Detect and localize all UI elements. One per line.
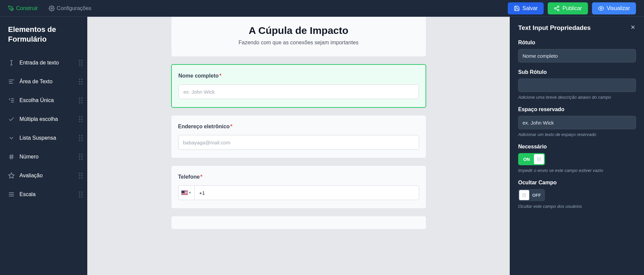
element-scale[interactable]: Escala xyxy=(8,185,87,204)
form-header-card[interactable]: A Cúpula de Impacto Fazendo com que as c… xyxy=(171,17,426,57)
gear-icon xyxy=(49,5,55,11)
field-label-name: Nome completo* xyxy=(179,73,419,79)
prop-label-placeholder: Espaço reservado xyxy=(518,106,636,112)
topbar-left: Construir Configurações xyxy=(8,5,91,11)
canvas: A Cúpula de Impacto Fazendo com que as c… xyxy=(87,17,510,275)
element-label: Múltipla escolha xyxy=(19,116,58,122)
svg-point-3 xyxy=(554,7,556,9)
drag-handle-icon[interactable] xyxy=(79,154,84,160)
svg-line-5 xyxy=(556,9,558,10)
field-label-text: Endereço eletrônico xyxy=(178,124,230,129)
publish-button-label: Publicar xyxy=(562,5,582,11)
drag-handle-icon[interactable] xyxy=(79,79,84,85)
prop-label-rotulo: Rótulo xyxy=(518,40,636,46)
required-hint: Impedir o envio se este campo estiver va… xyxy=(518,168,636,173)
placeholder-input[interactable] xyxy=(518,116,636,129)
phone-input[interactable] xyxy=(194,185,419,200)
properties-panel: Text Input Propriedades Rótulo Sub Rótul… xyxy=(510,17,644,275)
hide-hint: Ocultar este campo dos usuários xyxy=(518,204,636,209)
flag-us-icon xyxy=(181,190,188,195)
sub-rotulo-hint: Adicione uma breve descrição abaixo do c… xyxy=(518,95,636,100)
required-asterisk: * xyxy=(230,124,232,129)
toggle-off-label: OFF xyxy=(529,193,544,198)
hash-icon xyxy=(8,153,15,160)
element-label: Área de Texto xyxy=(19,79,52,85)
email-input[interactable] xyxy=(178,135,419,150)
element-multiple-choice[interactable]: Múltipla escolha xyxy=(8,110,87,129)
field-label-email: Endereço eletrônico* xyxy=(178,124,419,130)
element-label: Número xyxy=(19,154,39,160)
check-icon xyxy=(8,116,15,123)
properties-title: Text Input Propriedades xyxy=(518,24,591,32)
field-label-text: Telefone xyxy=(178,174,200,180)
save-icon xyxy=(514,5,520,11)
pen-nib-icon xyxy=(8,5,14,11)
build-tab[interactable]: Construir xyxy=(8,5,38,11)
chevron-down-icon: ▼ xyxy=(189,191,192,194)
field-label-phone: Telefone* xyxy=(178,174,419,180)
field-card-name[interactable]: Nome completo* xyxy=(171,64,426,108)
element-label: Entrada de texto xyxy=(19,60,59,66)
element-label: Escolha Única xyxy=(19,97,54,103)
field-card-next[interactable] xyxy=(171,216,426,229)
menu-icon xyxy=(8,191,15,198)
svg-point-2 xyxy=(557,6,559,7)
star-icon xyxy=(8,172,15,179)
settings-tab-label: Configurações xyxy=(57,5,91,11)
close-icon xyxy=(630,24,636,30)
prop-label-required: Necessário xyxy=(518,144,636,150)
svg-line-16 xyxy=(10,154,11,159)
element-dropdown-list[interactable]: Lista Suspensa xyxy=(8,129,87,147)
drag-handle-icon[interactable] xyxy=(79,173,84,179)
svg-point-1 xyxy=(51,7,53,9)
drag-handle-icon[interactable] xyxy=(79,60,84,66)
field-card-email[interactable]: Endereço eletrônico* xyxy=(171,115,426,158)
toggle-on-label: ON xyxy=(519,157,534,162)
svg-marker-18 xyxy=(9,173,14,178)
toggle-knob xyxy=(519,190,529,200)
element-label: Lista Suspensa xyxy=(19,135,56,141)
left-panel: Elementos de Formulário Entrada de texto… xyxy=(0,17,87,275)
element-label: Avaliação xyxy=(19,173,43,179)
element-text-area[interactable]: Área de Texto xyxy=(8,72,87,91)
required-asterisk: * xyxy=(200,174,202,180)
phone-country-selector[interactable]: ▼ xyxy=(178,185,194,200)
element-rating[interactable]: Avaliação xyxy=(8,166,87,185)
topbar-right: Salvar Publicar Visualizar xyxy=(508,2,636,14)
svg-line-17 xyxy=(12,154,13,159)
text-cursor-icon xyxy=(8,59,15,66)
publish-button[interactable]: Publicar xyxy=(548,2,588,14)
element-label: Escala xyxy=(19,191,36,197)
drag-handle-icon[interactable] xyxy=(79,191,84,197)
prop-label-hide: Ocultar Campo xyxy=(518,180,636,186)
sub-rotulo-input[interactable] xyxy=(518,79,636,92)
drag-handle-icon[interactable] xyxy=(79,135,84,141)
element-text-input[interactable]: Entrada de texto xyxy=(8,53,87,72)
field-card-phone[interactable]: Telefone* ▼ xyxy=(171,166,426,209)
visualize-button[interactable]: Visualizar xyxy=(592,2,636,14)
list-ordered-icon xyxy=(8,97,15,104)
svg-point-4 xyxy=(557,9,559,11)
name-input[interactable] xyxy=(179,84,419,99)
align-left-icon xyxy=(8,78,15,85)
visualize-button-label: Visualizar xyxy=(607,5,630,11)
form-title: A Cúpula de Impacto xyxy=(178,25,419,36)
settings-tab[interactable]: Configurações xyxy=(49,5,91,11)
rotulo-input[interactable] xyxy=(518,49,636,62)
prop-label-sub-rotulo: Sub Rótulo xyxy=(518,69,636,75)
close-properties-button[interactable] xyxy=(630,24,636,32)
drag-handle-icon[interactable] xyxy=(79,116,84,122)
drag-handle-icon[interactable] xyxy=(79,97,84,103)
svg-line-6 xyxy=(556,7,558,8)
element-single-choice[interactable]: Escolha Única xyxy=(8,91,87,110)
eye-icon xyxy=(598,5,604,11)
element-number[interactable]: Número xyxy=(8,147,87,166)
share-icon xyxy=(554,5,560,11)
left-panel-title: Elementos de Formulário xyxy=(8,25,87,44)
field-label-text: Nome completo xyxy=(179,73,219,79)
hide-toggle[interactable]: OFF xyxy=(518,189,545,201)
required-toggle[interactable]: ON xyxy=(518,153,545,165)
svg-point-0 xyxy=(11,8,11,8)
save-button[interactable]: Salvar xyxy=(508,2,544,14)
svg-point-7 xyxy=(600,7,602,9)
